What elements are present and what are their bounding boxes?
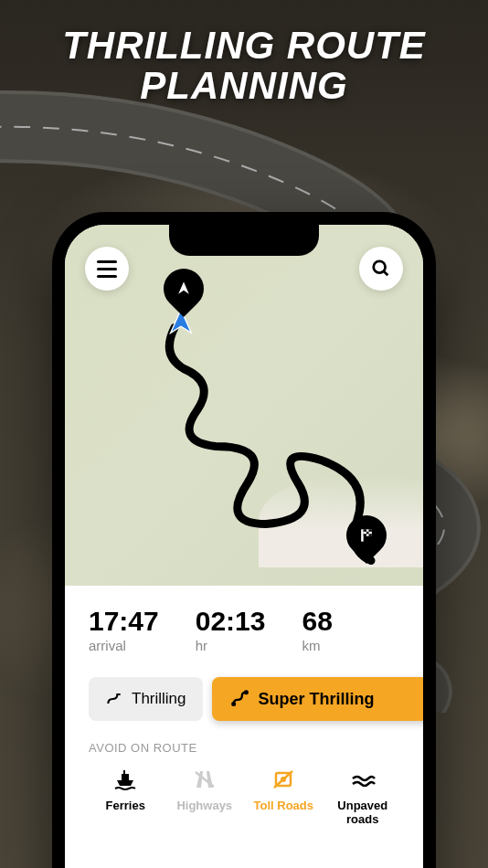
toll-icon [270,767,297,791]
avoid-toll-label: Toll Roads [254,799,313,813]
avoid-toll-roads[interactable]: Toll Roads [247,766,321,827]
avoid-ferries[interactable]: Ferries [89,766,163,827]
mode-super-thrilling-button[interactable]: Super Thrilling [212,677,423,721]
destination-pin[interactable] [346,515,387,556]
avoid-section-title: AVOID ON ROUTE [89,741,399,755]
svg-point-10 [245,691,248,693]
menu-button[interactable] [85,247,129,291]
mode-selector: Thrilling Super Thrilling [89,677,399,721]
svg-rect-11 [122,774,129,780]
svg-line-1 [384,271,388,276]
arrival-value: 17:47 [89,608,159,635]
stat-distance: 68 km [302,608,332,653]
svg-rect-6 [366,532,369,535]
map-area[interactable] [65,225,423,586]
search-button[interactable] [359,247,403,291]
info-panel: 17:47 arrival 02:13 hr 68 km T [65,586,423,827]
stat-duration: 02:13 hr [196,608,266,653]
avoid-options: Ferries Highways [89,766,399,827]
stat-arrival: 17:47 arrival [89,608,159,653]
unpaved-icon [349,767,377,791]
svg-rect-7 [364,534,366,536]
distance-value: 68 [302,608,332,635]
flag-icon [357,526,376,545]
svg-rect-5 [369,529,372,532]
svg-rect-12 [123,770,125,774]
route-curve-icon [105,690,123,708]
hamburger-icon [97,260,117,278]
headline-line1: THRILLING ROUTE [0,26,488,66]
avoid-unpaved[interactable]: Unpaved roads [326,766,400,827]
svg-point-9 [232,703,235,705]
mode-super-label: Super Thrilling [259,690,375,709]
ferry-icon [111,767,139,791]
search-icon [371,259,391,279]
route-twisty-icon [230,689,250,709]
avoid-unpaved-label: Unpaved roads [337,799,387,827]
svg-rect-8 [369,534,372,536]
svg-rect-2 [361,529,364,541]
avoid-highways-label: Highways [176,799,232,813]
mode-thrilling-button[interactable]: Thrilling [89,677,203,721]
headline-line2: PLANNING [0,66,488,106]
avoid-highways[interactable]: Highways [168,766,242,827]
phone-screen: 17:47 arrival 02:13 hr 68 km T [65,225,423,868]
distance-label: km [302,638,332,653]
phone-frame: 17:47 arrival 02:13 hr 68 km T [52,212,436,868]
svg-point-0 [374,261,386,273]
avoid-ferries-label: Ferries [106,799,145,813]
svg-rect-4 [364,529,366,532]
arrival-label: arrival [89,638,159,653]
stats-row: 17:47 arrival 02:13 hr 68 km [89,608,399,653]
highway-icon [191,767,218,791]
duration-value: 02:13 [196,608,266,635]
headline: THRILLING ROUTE PLANNING [0,0,488,106]
phone-notch [169,225,319,256]
mode-thrilling-label: Thrilling [132,690,186,708]
duration-label: hr [196,638,266,653]
